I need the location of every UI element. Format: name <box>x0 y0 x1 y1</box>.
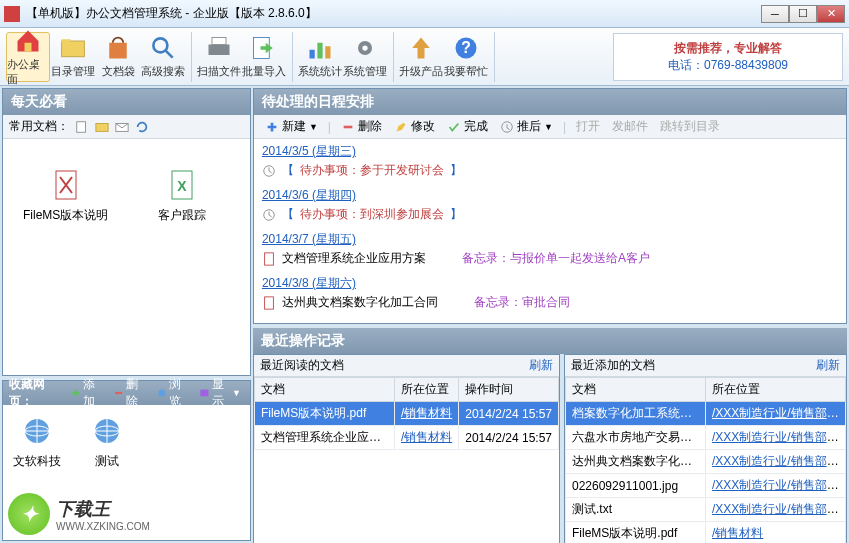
sched-postpone-button[interactable]: 推后▼ <box>495 116 558 137</box>
xls-icon: X <box>166 169 198 201</box>
banner-line1: 按需推荐，专业解答 <box>674 40 782 57</box>
schedule-item[interactable]: 文档管理系统企业应用方案备忘录：与报价单一起发送给A客户 <box>262 248 838 269</box>
pdf-icon <box>262 296 276 310</box>
svg-rect-31 <box>265 296 274 308</box>
toolbar-import-button[interactable]: 批量导入 <box>242 32 286 82</box>
schedule-date-link[interactable]: 2014/3/8 (星期六) <box>262 276 356 290</box>
recent-read-title: 最近阅读的文档 <box>260 357 344 374</box>
close-button[interactable]: ✕ <box>817 5 845 23</box>
doc-icon[interactable] <box>75 120 89 134</box>
sched-jump-button[interactable]: 跳转到目录 <box>655 116 725 137</box>
schedule-item[interactable]: 【待办事项：参于开发研讨会】 <box>262 160 838 181</box>
titlebar: 【单机版】办公文档管理系统 - 企业版【版本 2.8.6.0】 ─ ☐ ✕ <box>0 0 849 28</box>
table-row[interactable]: 达州典文档案数字化加工合同.pdf/XXX制造行业/销售部/销 <box>566 450 846 474</box>
location-link[interactable]: /销售材料 <box>401 430 452 444</box>
clock-icon <box>262 164 276 178</box>
minimize-button[interactable]: ─ <box>761 5 789 23</box>
favorite-item[interactable]: 测试 <box>91 415 123 470</box>
location-link[interactable]: /XXX制造行业/销售部/销 <box>712 478 842 492</box>
schedule-date-link[interactable]: 2014/3/6 (星期四) <box>262 188 356 202</box>
svg-text:X: X <box>178 178 188 194</box>
schedule-item[interactable]: 【待办事项：到深圳参加展会】 <box>262 204 838 225</box>
globe-icon <box>21 415 53 447</box>
recent-added-refresh[interactable]: 刷新 <box>816 357 840 374</box>
svg-rect-6 <box>212 38 226 45</box>
svg-point-4 <box>153 38 167 52</box>
globe-icon <box>91 415 123 447</box>
location-link[interactable]: /销售材料 <box>712 526 763 540</box>
svg-rect-30 <box>265 252 274 264</box>
toolbar-scan-button[interactable]: 扫描文件 <box>197 32 241 82</box>
mail-icon[interactable] <box>115 120 129 134</box>
svg-rect-2 <box>62 39 71 43</box>
table-header[interactable]: 操作时间 <box>459 378 559 402</box>
pdf-icon <box>50 169 82 201</box>
folder-icon[interactable] <box>95 120 109 134</box>
mustread-subbar: 常用文档： <box>3 115 250 139</box>
help-icon: ? <box>452 34 480 62</box>
refresh-icon[interactable] <box>135 120 149 134</box>
table-row[interactable]: 档案数字化加工系统合同.doc/XXX制造行业/销售部/销 <box>566 402 846 426</box>
location-link[interactable]: /XXX制造行业/销售部/销 <box>712 406 842 420</box>
svg-rect-0 <box>25 42 32 51</box>
svg-rect-5 <box>209 45 230 56</box>
favorites-bar: 收藏网页： 添加 删除 浏览 显示▼ <box>3 381 250 405</box>
svg-rect-1 <box>62 41 85 57</box>
sched-mail-button[interactable]: 发邮件 <box>607 116 653 137</box>
mustread-sub-label: 常用文档： <box>9 118 69 135</box>
toolbar-gear-button[interactable]: 系统管理 <box>343 32 387 82</box>
table-row[interactable]: FileMS版本说明.pdf/销售材料 <box>566 522 846 544</box>
window-controls: ─ ☐ ✕ <box>761 5 845 23</box>
table-row[interactable]: 六盘水市房地产交易中心档案数字.../XXX制造行业/销售部/销 <box>566 426 846 450</box>
toolbar-folder-button[interactable]: 目录管理 <box>51 32 95 82</box>
mustread-header: 每天必看 <box>3 89 250 115</box>
favorite-item[interactable]: 文软科技 <box>13 415 61 470</box>
recent-read-refresh[interactable]: 刷新 <box>529 357 553 374</box>
svg-point-12 <box>362 45 367 50</box>
location-link[interactable]: /XXX制造行业/销售部/销 <box>712 454 842 468</box>
schedule-memo: 备忘录：与报价单一起发送给A客户 <box>462 250 650 267</box>
table-header[interactable]: 所在位置 <box>394 378 458 402</box>
toolbar-help-button[interactable]: ?我要帮忙 <box>444 32 488 82</box>
sched-new-button[interactable]: 新建▼ <box>260 116 323 137</box>
table-header[interactable]: 文档 <box>254 378 394 402</box>
sched-done-button[interactable]: 完成 <box>442 116 493 137</box>
schedule-item[interactable]: 达州典文档案数字化加工合同备忘录：审批合同 <box>262 292 838 313</box>
location-link[interactable]: /XXX制造行业/销售部/销 <box>712 502 842 516</box>
file-item[interactable]: FileMS版本说明 <box>23 169 108 224</box>
sched-edit-button[interactable]: 修改 <box>389 116 440 137</box>
toolbar-bag-button[interactable]: 文档袋 <box>96 32 140 82</box>
location-link[interactable]: /XXX制造行业/销售部/销 <box>712 430 842 444</box>
file-item[interactable]: X客户跟踪 <box>158 169 206 224</box>
search-icon <box>149 34 177 62</box>
location-link[interactable]: /销售材料 <box>401 406 452 420</box>
svg-point-21 <box>158 390 165 397</box>
maximize-button[interactable]: ☐ <box>789 5 817 23</box>
banner-line2: 电话：0769-88439809 <box>668 57 788 74</box>
toolbar-stats-button[interactable]: 系统统计 <box>298 32 342 82</box>
table-row[interactable]: 测试.txt/XXX制造行业/销售部/销 <box>566 498 846 522</box>
table-header[interactable]: 所在位置 <box>706 378 846 402</box>
pdf-icon <box>262 252 276 266</box>
svg-rect-3 <box>109 43 127 59</box>
app-icon <box>4 6 20 22</box>
table-header[interactable]: 文档 <box>566 378 706 402</box>
schedule-date-link[interactable]: 2014/3/7 (星期五) <box>262 232 356 246</box>
table-row[interactable]: 文档管理系统企业应用方案.pdf/销售材料2014/2/24 15:57 <box>254 426 558 450</box>
recent-header: 最近操作记录 <box>253 328 847 354</box>
sched-delete-button[interactable]: 删除 <box>336 116 387 137</box>
import-icon <box>250 34 278 62</box>
toolbar-upgrade-button[interactable]: 升级产品 <box>399 32 443 82</box>
toolbar-search-button[interactable]: 高级搜索 <box>141 32 185 82</box>
schedule-date-link[interactable]: 2014/3/5 (星期三) <box>262 144 356 158</box>
table-row[interactable]: FileMS版本说明.pdf/销售材料2014/2/24 15:57 <box>254 402 558 426</box>
toolbar-home-button[interactable]: 办公桌面 <box>6 32 50 82</box>
sched-open-button[interactable]: 打开 <box>571 116 605 137</box>
table-row[interactable]: 0226092911001.jpg/XXX制造行业/销售部/销 <box>566 474 846 498</box>
stats-icon <box>306 34 334 62</box>
schedule-memo: 备忘录：审批合同 <box>474 294 570 311</box>
scan-icon <box>205 34 233 62</box>
schedule-header: 待处理的日程安排 <box>254 89 846 115</box>
gear-icon <box>351 34 379 62</box>
svg-text:?: ? <box>461 39 471 56</box>
